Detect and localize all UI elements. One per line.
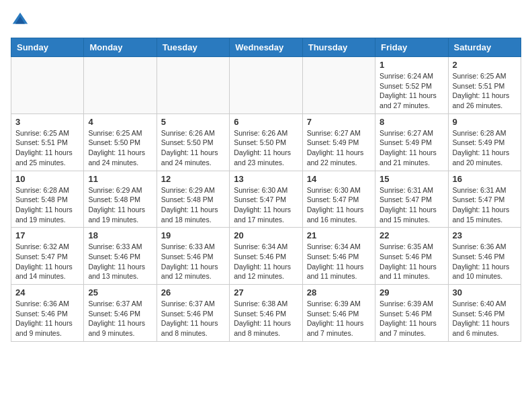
day-number: 4 [88, 117, 152, 127]
calendar-week-3: 17Sunrise: 6:32 AM Sunset: 5:47 PM Dayli… [11, 228, 521, 285]
calendar-cell: 8Sunrise: 6:27 AM Sunset: 5:49 PM Daylig… [375, 113, 448, 171]
weekday-header-row: SundayMondayTuesdayWednesdayThursdayFrid… [11, 38, 521, 57]
day-info: Sunrise: 6:29 AM Sunset: 5:48 PM Dayligh… [161, 185, 225, 225]
calendar-cell: 19Sunrise: 6:33 AM Sunset: 5:46 PM Dayli… [157, 228, 229, 285]
day-number: 6 [234, 117, 298, 127]
calendar-header: SundayMondayTuesdayWednesdayThursdayFrid… [11, 38, 521, 57]
calendar-cell: 6Sunrise: 6:26 AM Sunset: 5:50 PM Daylig… [230, 113, 302, 171]
day-info: Sunrise: 6:30 AM Sunset: 5:47 PM Dayligh… [307, 185, 371, 225]
day-info: Sunrise: 6:28 AM Sunset: 5:49 PM Dayligh… [453, 128, 517, 168]
day-info: Sunrise: 6:29 AM Sunset: 5:48 PM Dayligh… [88, 185, 152, 225]
calendar-cell: 18Sunrise: 6:33 AM Sunset: 5:46 PM Dayli… [84, 228, 157, 285]
day-info: Sunrise: 6:37 AM Sunset: 5:46 PM Dayligh… [161, 299, 225, 338]
day-info: Sunrise: 6:38 AM Sunset: 5:46 PM Dayligh… [234, 299, 298, 338]
calendar-cell: 28Sunrise: 6:39 AM Sunset: 5:46 PM Dayli… [302, 285, 375, 342]
day-info: Sunrise: 6:37 AM Sunset: 5:46 PM Dayligh… [88, 299, 152, 338]
calendar-cell: 17Sunrise: 6:32 AM Sunset: 5:47 PM Dayli… [11, 228, 84, 285]
calendar-cell: 24Sunrise: 6:36 AM Sunset: 5:46 PM Dayli… [11, 285, 84, 342]
weekday-header-sunday: Sunday [11, 38, 84, 57]
page-header [11, 11, 521, 30]
weekday-header-tuesday: Tuesday [157, 38, 229, 57]
calendar-cell: 22Sunrise: 6:35 AM Sunset: 5:46 PM Dayli… [375, 228, 448, 285]
day-info: Sunrise: 6:25 AM Sunset: 5:50 PM Dayligh… [88, 128, 152, 168]
day-number: 23 [453, 230, 517, 240]
day-info: Sunrise: 6:39 AM Sunset: 5:46 PM Dayligh… [307, 299, 371, 338]
day-number: 28 [307, 287, 371, 298]
day-info: Sunrise: 6:33 AM Sunset: 5:46 PM Dayligh… [88, 242, 152, 281]
calendar-cell: 5Sunrise: 6:26 AM Sunset: 5:50 PM Daylig… [157, 113, 229, 171]
weekday-header-friday: Friday [375, 38, 448, 57]
calendar-week-0: 1Sunrise: 6:24 AM Sunset: 5:52 PM Daylig… [11, 57, 521, 114]
calendar-cell: 4Sunrise: 6:25 AM Sunset: 5:50 PM Daylig… [84, 113, 157, 171]
day-number: 13 [234, 174, 298, 184]
day-number: 22 [380, 230, 443, 240]
day-info: Sunrise: 6:27 AM Sunset: 5:49 PM Dayligh… [380, 128, 443, 168]
day-number: 2 [453, 60, 517, 70]
day-info: Sunrise: 6:32 AM Sunset: 5:47 PM Dayligh… [15, 242, 79, 281]
calendar-cell: 14Sunrise: 6:30 AM Sunset: 5:47 PM Dayli… [302, 171, 375, 228]
calendar-week-1: 3Sunrise: 6:25 AM Sunset: 5:51 PM Daylig… [11, 113, 521, 171]
day-number: 21 [307, 230, 371, 240]
day-number: 14 [307, 174, 371, 184]
day-number: 17 [15, 230, 79, 240]
day-number: 12 [161, 174, 225, 184]
calendar-cell: 10Sunrise: 6:28 AM Sunset: 5:48 PM Dayli… [11, 171, 84, 228]
day-number: 10 [15, 174, 79, 184]
day-number: 7 [307, 117, 371, 127]
calendar-cell: 12Sunrise: 6:29 AM Sunset: 5:48 PM Dayli… [157, 171, 229, 228]
calendar-cell: 2Sunrise: 6:25 AM Sunset: 5:51 PM Daylig… [448, 57, 521, 114]
calendar-body: 1Sunrise: 6:24 AM Sunset: 5:52 PM Daylig… [11, 57, 521, 342]
day-info: Sunrise: 6:33 AM Sunset: 5:46 PM Dayligh… [161, 242, 225, 281]
day-number: 29 [380, 287, 443, 298]
calendar-cell [157, 57, 229, 114]
day-number: 8 [380, 117, 443, 127]
day-info: Sunrise: 6:25 AM Sunset: 5:51 PM Dayligh… [15, 128, 79, 168]
day-info: Sunrise: 6:28 AM Sunset: 5:48 PM Dayligh… [15, 185, 79, 225]
calendar-cell [302, 57, 375, 114]
calendar-cell: 20Sunrise: 6:34 AM Sunset: 5:46 PM Dayli… [230, 228, 302, 285]
logo [11, 11, 32, 30]
day-number: 25 [88, 287, 152, 298]
day-number: 16 [453, 174, 517, 184]
day-number: 19 [161, 230, 225, 240]
calendar-cell: 25Sunrise: 6:37 AM Sunset: 5:46 PM Dayli… [84, 285, 157, 342]
weekday-header-wednesday: Wednesday [230, 38, 302, 57]
calendar-cell: 11Sunrise: 6:29 AM Sunset: 5:48 PM Dayli… [84, 171, 157, 228]
day-number: 24 [15, 287, 79, 298]
calendar-week-2: 10Sunrise: 6:28 AM Sunset: 5:48 PM Dayli… [11, 171, 521, 228]
day-number: 30 [453, 287, 517, 298]
day-info: Sunrise: 6:26 AM Sunset: 5:50 PM Dayligh… [234, 128, 298, 168]
day-info: Sunrise: 6:35 AM Sunset: 5:46 PM Dayligh… [380, 242, 443, 281]
day-number: 1 [380, 60, 443, 70]
calendar-cell [11, 57, 84, 114]
calendar-cell: 30Sunrise: 6:40 AM Sunset: 5:46 PM Dayli… [448, 285, 521, 342]
day-info: Sunrise: 6:34 AM Sunset: 5:46 PM Dayligh… [234, 242, 298, 281]
day-number: 18 [88, 230, 152, 240]
calendar-cell: 15Sunrise: 6:31 AM Sunset: 5:47 PM Dayli… [375, 171, 448, 228]
calendar-cell [84, 57, 157, 114]
day-number: 20 [234, 230, 298, 240]
day-info: Sunrise: 6:34 AM Sunset: 5:46 PM Dayligh… [307, 242, 371, 281]
day-info: Sunrise: 6:30 AM Sunset: 5:47 PM Dayligh… [234, 185, 298, 225]
day-info: Sunrise: 6:39 AM Sunset: 5:46 PM Dayligh… [380, 299, 443, 338]
day-number: 9 [453, 117, 517, 127]
day-number: 15 [380, 174, 443, 184]
calendar-cell: 13Sunrise: 6:30 AM Sunset: 5:47 PM Dayli… [230, 171, 302, 228]
calendar-cell [230, 57, 302, 114]
weekday-header-monday: Monday [84, 38, 157, 57]
day-info: Sunrise: 6:36 AM Sunset: 5:46 PM Dayligh… [453, 242, 517, 281]
weekday-header-saturday: Saturday [448, 38, 521, 57]
day-info: Sunrise: 6:31 AM Sunset: 5:47 PM Dayligh… [380, 185, 443, 225]
logo-icon [11, 11, 30, 30]
calendar-cell: 1Sunrise: 6:24 AM Sunset: 5:52 PM Daylig… [375, 57, 448, 114]
day-number: 11 [88, 174, 152, 184]
calendar-cell: 9Sunrise: 6:28 AM Sunset: 5:49 PM Daylig… [448, 113, 521, 171]
day-info: Sunrise: 6:24 AM Sunset: 5:52 PM Dayligh… [380, 71, 443, 111]
day-number: 27 [234, 287, 298, 298]
calendar-cell: 3Sunrise: 6:25 AM Sunset: 5:51 PM Daylig… [11, 113, 84, 171]
day-number: 26 [161, 287, 225, 298]
day-info: Sunrise: 6:36 AM Sunset: 5:46 PM Dayligh… [15, 299, 79, 338]
calendar-cell: 7Sunrise: 6:27 AM Sunset: 5:49 PM Daylig… [302, 113, 375, 171]
calendar-cell: 16Sunrise: 6:31 AM Sunset: 5:47 PM Dayli… [448, 171, 521, 228]
calendar-table: SundayMondayTuesdayWednesdayThursdayFrid… [11, 38, 521, 342]
